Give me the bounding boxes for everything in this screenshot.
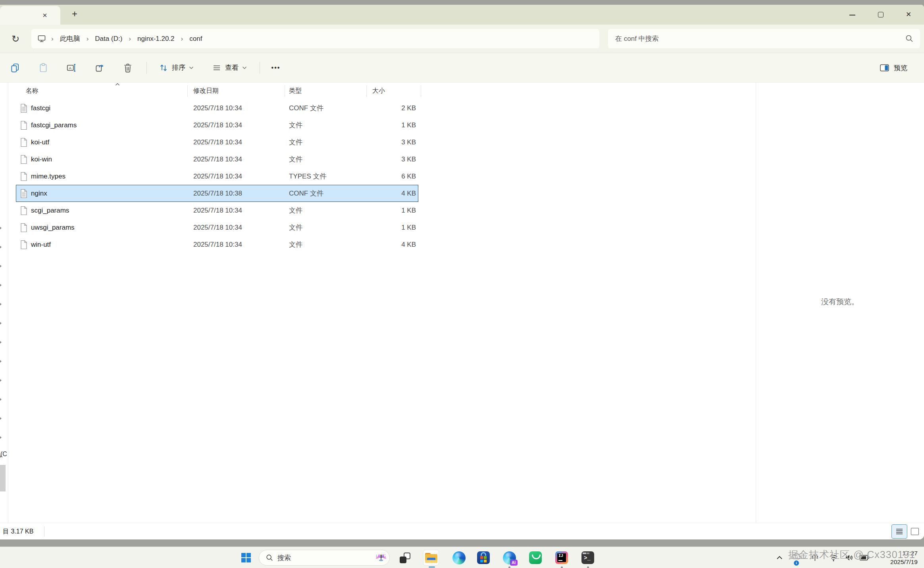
breadcrumb-item[interactable]: nginx-1.20.2: [133, 33, 179, 45]
column-divider[interactable]: [366, 85, 367, 97]
tree-expand-chevron-icon[interactable]: [0, 225, 4, 231]
file-name[interactable]: nginx: [31, 185, 47, 202]
breadcrumb-separator-icon: ›: [126, 35, 133, 43]
column-divider[interactable]: [187, 85, 188, 97]
tree-expand-chevron-icon[interactable]: [0, 396, 4, 403]
file-row[interactable]: koi-win2025/7/18 10:34文件3 KB: [16, 151, 418, 168]
file-name[interactable]: uwsgi_params: [31, 219, 75, 236]
close-button[interactable]: ✕: [896, 5, 921, 25]
share-icon: [94, 63, 105, 73]
file-icon: [20, 172, 28, 181]
column-header-name[interactable]: 名称: [26, 83, 38, 98]
file-row[interactable]: uwsgi_params2025/7/18 10:34文件1 KB: [16, 219, 418, 236]
green-store-app-taskbar-button[interactable]: [527, 550, 543, 566]
tree-expand-chevron-icon[interactable]: [0, 282, 4, 288]
maximize-button[interactable]: [868, 5, 893, 25]
edge-ai-taskbar-button[interactable]: AI: [501, 550, 517, 566]
edge-taskbar-button[interactable]: [451, 550, 467, 566]
tray-clock[interactable]: 17:27 2025/7/19: [878, 549, 918, 566]
file-name[interactable]: koi-utf: [31, 134, 49, 151]
file-name[interactable]: win-utf: [31, 236, 51, 253]
file-name[interactable]: scgi_params: [31, 202, 69, 219]
ai-badge: AI: [510, 560, 518, 566]
close-icon: ✕: [896, 5, 921, 25]
details-view-toggle[interactable]: [891, 524, 907, 539]
breadcrumb-item[interactable]: conf: [185, 33, 206, 45]
taskbar-search-label: 搜索: [277, 553, 375, 562]
tab-close-icon[interactable]: ✕: [40, 10, 50, 21]
column-header-type[interactable]: 类型: [289, 83, 302, 98]
rename-button[interactable]: A: [62, 58, 81, 77]
refresh-button[interactable]: ↻: [9, 31, 22, 47]
more-options-button[interactable]: •••: [266, 58, 285, 77]
tree-expand-chevron-icon[interactable]: [0, 263, 4, 269]
file-row-selected[interactable]: nginx2025/7/18 10:38CONF 文件4 KB: [16, 185, 418, 202]
file-size: 4 KB: [380, 236, 416, 253]
battery-tray-button[interactable]: [857, 550, 872, 566]
breadcrumb-item[interactable]: Data (D:): [91, 33, 126, 45]
file-size: 3 KB: [380, 151, 416, 168]
volume-tray-button[interactable]: [842, 550, 857, 566]
column-divider[interactable]: [421, 85, 421, 97]
delete-button[interactable]: [118, 58, 137, 77]
minimize-button[interactable]: [840, 5, 864, 25]
taskbar-search[interactable]: 搜索 ♪♪: [259, 550, 390, 566]
file-icon: [20, 104, 28, 113]
preview-pane-button[interactable]: 预览: [876, 58, 911, 77]
nav-scrollbar-thumb[interactable]: [0, 465, 6, 491]
copy-button[interactable]: [6, 58, 25, 77]
new-tab-button[interactable]: +: [68, 8, 81, 21]
breadcrumb: ›此电脑›Data (D:)›nginx-1.20.2›conf: [49, 32, 206, 45]
file-name[interactable]: fastcgi_params: [31, 117, 77, 134]
status-summary: 目 3.17 KB: [3, 523, 33, 539]
tray-expand-button[interactable]: [772, 550, 787, 566]
file-type: 文件: [289, 236, 302, 253]
tree-expand-chevron-icon[interactable]: [0, 415, 4, 422]
tree-expand-chevron-icon[interactable]: [0, 244, 4, 250]
sort-button[interactable]: 排序: [153, 58, 199, 77]
tree-expand-chevron-icon[interactable]: [0, 339, 4, 345]
start-button[interactable]: [238, 550, 254, 566]
tree-expand-chevron-icon[interactable]: [0, 434, 4, 441]
ime-indicator[interactable]: 中: [808, 550, 822, 566]
file-name[interactable]: mime.types: [31, 168, 65, 185]
tree-expand-chevron-icon[interactable]: [0, 377, 4, 384]
file-row[interactable]: mime.types2025/7/18 10:34TYPES 文件6 KB: [16, 168, 418, 185]
task-view-button[interactable]: [397, 550, 413, 566]
file-row[interactable]: fastcgi2025/7/18 10:34CONF 文件2 KB: [16, 100, 418, 117]
terminal-taskbar-button[interactable]: >_: [580, 550, 596, 566]
tree-expand-chevron-icon[interactable]: [0, 358, 4, 365]
file-date: 2025/7/18 10:34: [193, 100, 242, 117]
toolbar-divider: [260, 62, 260, 74]
column-header-date[interactable]: 修改日期: [193, 83, 219, 98]
explorer-tab[interactable]: ✕: [0, 6, 60, 25]
share-button[interactable]: [90, 58, 109, 77]
file-row[interactable]: win-utf2025/7/18 10:34文件4 KB: [16, 236, 418, 253]
file-name[interactable]: fastcgi: [31, 100, 50, 117]
ime-label: 中: [812, 553, 819, 562]
large-icons-view-toggle[interactable]: [910, 526, 920, 537]
file-row[interactable]: fastcgi_params2025/7/18 10:34文件1 KB: [16, 117, 418, 134]
wifi-tray-button[interactable]: [826, 550, 841, 566]
intellij-taskbar-button[interactable]: IJ: [554, 550, 570, 566]
onedrive-tray-button[interactable]: i: [789, 550, 803, 566]
microsoft-store-taskbar-button[interactable]: [475, 550, 491, 566]
breadcrumb-item[interactable]: 此电脑: [56, 32, 84, 45]
file-icon: [20, 138, 28, 147]
column-divider[interactable]: [285, 85, 285, 97]
paste-button[interactable]: [34, 58, 53, 77]
tray-date: 2025/7/19: [878, 558, 918, 566]
address-bar[interactable]: ›此电脑›Data (D:)›nginx-1.20.2›conf: [31, 29, 599, 48]
column-header-size[interactable]: 大小: [372, 83, 385, 98]
file-name[interactable]: koi-win: [31, 151, 52, 168]
file-row[interactable]: scgi_params2025/7/18 10:34文件1 KB: [16, 202, 418, 219]
tree-expand-chevron-icon[interactable]: [0, 301, 4, 307]
file-row[interactable]: koi-utf2025/7/18 10:34文件3 KB: [16, 134, 418, 151]
tree-expand-chevron-icon[interactable]: [0, 320, 4, 326]
search-box[interactable]: 在 conf 中搜索: [608, 29, 920, 48]
taskbar: 搜索 ♪♪ AI IJ >_: [0, 547, 924, 568]
file-explorer-taskbar-button[interactable]: [423, 550, 439, 566]
details-view-icon: [895, 528, 904, 535]
view-button[interactable]: 查看: [206, 58, 252, 77]
running-app-dot: [508, 566, 510, 568]
